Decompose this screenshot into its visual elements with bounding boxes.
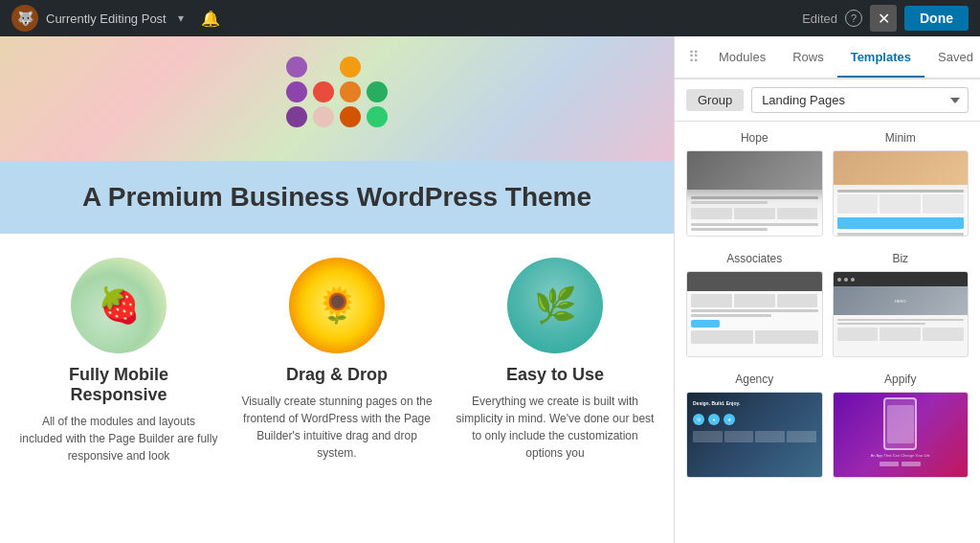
bead-row-3 <box>340 57 361 127</box>
template-item-associates[interactable]: Associates <box>686 252 823 357</box>
template-thumb-associates[interactable] <box>686 271 823 357</box>
template-name-appify: Appify <box>833 373 969 386</box>
template-name-biz: Biz <box>833 252 969 265</box>
thumb-assoc-line <box>691 309 818 312</box>
thumb-biz-cell <box>923 328 964 341</box>
feature-desc-2: Visually create stunning pages on the fr… <box>237 393 436 462</box>
feature-title-1: Fully Mobile Responsive <box>19 365 218 405</box>
template-row-1: Hope <box>686 131 969 237</box>
thumb-biz-hero: HERO <box>834 286 969 315</box>
thumb-agency-icon-3: ★ <box>724 414 735 425</box>
template-item-minim[interactable]: Minim <box>833 131 969 237</box>
bead <box>340 57 361 78</box>
chevron-down-icon[interactable]: ▾ <box>178 11 184 25</box>
thumb-appify-content: An App That Can Change Your Life <box>837 397 965 466</box>
template-item-agency[interactable]: Agency Design. Build. Enjoy. ⚙ ♦ ★ <box>686 373 823 478</box>
tab-templates[interactable]: Templates <box>837 38 924 78</box>
template-thumb-biz[interactable]: HERO <box>833 271 969 357</box>
thumb-minim-cell <box>923 194 964 214</box>
thumb-minim-cell <box>837 194 879 214</box>
thumb-assoc-cell <box>691 294 732 307</box>
bell-icon[interactable]: 🔔 <box>201 10 220 28</box>
bead-row-2 <box>313 81 334 127</box>
group-select[interactable]: Landing Pages Business Portfolio Blog <box>751 87 969 113</box>
done-button[interactable]: Done <box>904 6 969 31</box>
tab-saved[interactable]: Saved <box>924 38 980 78</box>
tab-templates-label: Templates <box>851 50 911 64</box>
template-item-biz[interactable]: Biz HERO <box>833 252 969 357</box>
thumb-assoc-line <box>691 314 771 317</box>
bead <box>286 106 307 127</box>
thumb-appify-link-2 <box>902 462 921 466</box>
template-name-agency: Agency <box>686 373 823 386</box>
thumb-agency-cell <box>724 431 754 442</box>
thumb-assoc-cell <box>734 294 775 307</box>
template-row-2: Associates <box>686 252 969 357</box>
thumb-biz-header <box>834 272 969 286</box>
feature-circle-1: 🍓 <box>71 258 167 353</box>
page-content: A Premium Business WordPress Theme 🍓 Ful… <box>0 36 674 543</box>
field-icon: 🌿 <box>534 285 577 326</box>
thumb-line <box>691 228 768 231</box>
feature-item-3: 🌿 Easy to Use Everything we create is bu… <box>456 258 655 464</box>
group-row: Group Landing Pages Business Portfolio B… <box>675 79 980 122</box>
thumb-appify-screen <box>887 405 914 443</box>
thumb-biz-text: HERO <box>895 299 906 304</box>
thumb-assoc-grid <box>687 294 822 307</box>
bead <box>340 106 361 127</box>
tab-modules[interactable]: Modules <box>705 38 779 78</box>
thumb-grid-item <box>734 208 775 219</box>
main-layout: A Premium Business WordPress Theme 🍓 Ful… <box>0 36 980 543</box>
template-thumb-agency[interactable]: Design. Build. Enjoy. ⚙ ♦ ★ <box>686 392 823 478</box>
bead <box>286 57 307 78</box>
thumb-line <box>691 223 818 226</box>
template-row-3: Agency Design. Build. Enjoy. ⚙ ♦ ★ <box>686 373 969 478</box>
thumb-agency-content: Design. Build. Enjoy. ⚙ ♦ ★ <box>693 400 816 442</box>
thumb-minim-strip <box>837 217 965 229</box>
panel-drag-handle[interactable]: ⠿ <box>682 36 705 78</box>
template-name-hope: Hope <box>686 131 823 145</box>
template-item-appify[interactable]: Appify An App That Can Change Your Life <box>833 373 969 478</box>
help-icon[interactable]: ? <box>845 10 862 27</box>
bead <box>313 106 334 127</box>
tab-modules-label: Modules <box>719 50 766 64</box>
bead-row-4 <box>367 81 388 127</box>
thumb-biz-dot <box>851 278 855 282</box>
thumb-grid-item <box>777 208 818 219</box>
close-button[interactable]: ✕ <box>870 5 897 32</box>
thumb-minim-grid <box>837 194 965 214</box>
tab-rows[interactable]: Rows <box>779 38 837 78</box>
feature-circle-3: 🌿 <box>507 258 603 353</box>
feature-title-3: Easy to Use <box>456 365 655 385</box>
thumb-biz-content <box>834 315 969 343</box>
thumb-agency-cell <box>755 431 785 442</box>
group-button[interactable]: Group <box>686 89 744 111</box>
feature-item-1: 🍓 Fully Mobile Responsive All of the mod… <box>19 258 218 464</box>
thumb-agency-bottom <box>693 431 816 442</box>
avatar: 🐺 <box>11 5 38 32</box>
template-item-hope[interactable]: Hope <box>686 131 823 237</box>
thumb-biz-dot <box>837 278 841 282</box>
right-panel: ⠿ Modules Rows Templates Saved Group Lan… <box>674 36 980 543</box>
tab-saved-label: Saved <box>938 50 973 64</box>
top-bar-left: 🐺 Currently Editing Post ▾ 🔔 <box>11 5 220 32</box>
thumb-line <box>837 233 965 236</box>
thumb-biz-line <box>837 319 965 321</box>
thumb-assoc-grid-2 <box>687 330 822 344</box>
thumb-agency-icon-1: ⚙ <box>693 414 704 425</box>
template-thumb-minim[interactable] <box>833 150 969 237</box>
thumb-agency-cell <box>787 431 816 442</box>
thumb-appify-phone <box>883 397 917 450</box>
thumb-grid-item <box>691 208 732 219</box>
tab-rows-label: Rows <box>792 50 824 64</box>
template-thumb-hope[interactable] <box>686 150 823 237</box>
bead-row-1 <box>286 57 307 127</box>
abacus-visual <box>277 60 397 137</box>
thumb-biz-cell <box>837 328 879 341</box>
template-thumb-appify[interactable]: An App That Can Change Your Life <box>833 392 969 478</box>
templates-grid: Hope <box>675 122 980 543</box>
edited-status: Edited <box>802 11 837 26</box>
sunflower-icon: 🌻 <box>316 285 359 326</box>
thumb-minim-content <box>837 188 965 237</box>
thumb-minim-cell <box>880 194 921 214</box>
